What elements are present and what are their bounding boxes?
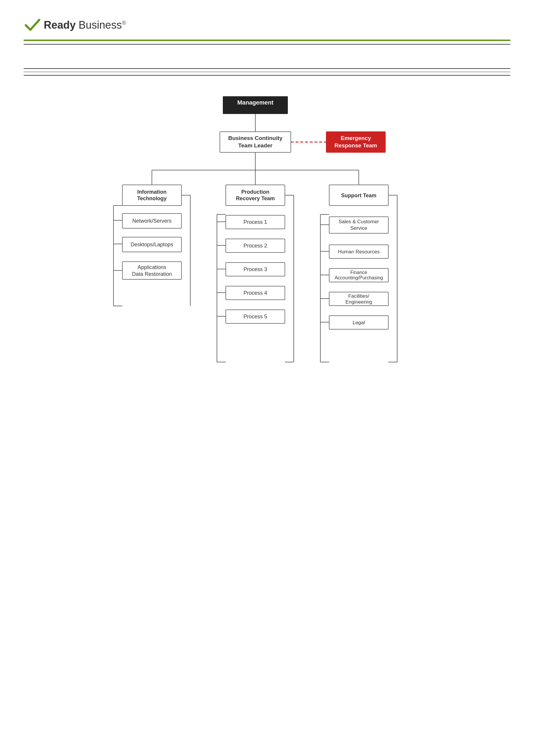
finance-label: Finance bbox=[350, 270, 367, 275]
process3-label: Process 3 bbox=[243, 266, 267, 272]
logo-text: Ready Business® bbox=[44, 19, 126, 31]
applications-label: Applications bbox=[137, 264, 166, 270]
emergency-response-label: Emergency bbox=[340, 135, 371, 141]
legal-label: Legal bbox=[352, 320, 365, 325]
svg-text:Accounting/Purchasing: Accounting/Purchasing bbox=[334, 275, 383, 280]
svg-text:Service: Service bbox=[350, 225, 367, 231]
process2-label: Process 2 bbox=[243, 243, 267, 249]
network-servers-label: Network/Servers bbox=[132, 218, 171, 224]
svg-text:Team Leader: Team Leader bbox=[238, 142, 272, 148]
management-label: Management bbox=[237, 99, 273, 106]
thin-line-2 bbox=[24, 72, 510, 72]
support-team-label: Support Team bbox=[341, 193, 377, 199]
hr-label: Human Resources bbox=[338, 249, 379, 255]
thin-line-3 bbox=[24, 75, 510, 76]
facilities-label: Facilities/ bbox=[348, 293, 369, 299]
checkmark-icon bbox=[24, 18, 42, 33]
logo: Ready Business® bbox=[24, 18, 126, 33]
thin-line-1 bbox=[24, 68, 510, 69]
production-parent-label: Production bbox=[241, 189, 269, 195]
svg-text:Response Team: Response Team bbox=[334, 142, 377, 148]
header: Ready Business® bbox=[24, 18, 510, 33]
black-line-1 bbox=[24, 44, 510, 44]
process4-label: Process 4 bbox=[243, 290, 267, 296]
process1-label: Process 1 bbox=[243, 219, 267, 225]
process5-label: Process 5 bbox=[243, 313, 267, 319]
svg-rect-12 bbox=[122, 185, 182, 205]
svg-rect-27 bbox=[226, 185, 285, 205]
svg-text:Recovery Team: Recovery Team bbox=[236, 196, 275, 202]
org-chart-svg: Management Business Continuity Team Lead… bbox=[105, 93, 430, 448]
sales-label: Sales & Customer bbox=[338, 219, 379, 225]
desktops-laptops-label: Desktops/Laptops bbox=[130, 242, 173, 248]
svg-text:Technology: Technology bbox=[137, 196, 167, 202]
org-chart: Management Business Continuity Team Lead… bbox=[24, 93, 510, 448]
svg-text:Data Restoration: Data Restoration bbox=[132, 271, 172, 277]
green-divider bbox=[24, 40, 510, 41]
bc-team-leader-label: Business Continuity bbox=[228, 135, 283, 141]
svg-text:Engineering: Engineering bbox=[345, 299, 372, 305]
it-parent-label: Information bbox=[137, 189, 166, 195]
